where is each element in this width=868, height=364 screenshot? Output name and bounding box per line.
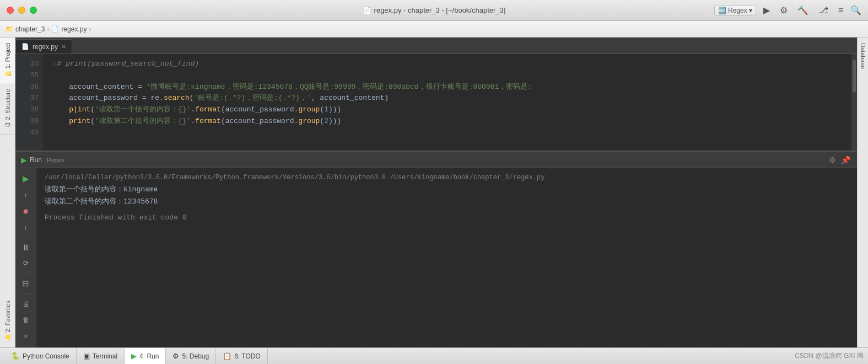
editor-tab-regex[interactable]: 📄 regex.py ✕ [15, 39, 72, 53]
file-icon-breadcrumb: 📄 [51, 25, 59, 33]
tab-file-icon: 📄 [21, 43, 29, 50]
right-sidebar: Database [857, 38, 868, 347]
sidebar-item-project[interactable]: 📁 1: Project [0, 38, 15, 83]
tab-filename: regex.py [33, 43, 58, 51]
run-up-btn[interactable]: ↑ [19, 188, 33, 202]
output-line-1: 读取第二个括号的内容：12345678 [45, 196, 849, 208]
line-num-38: 38 [15, 104, 39, 116]
sidebar-icon-structure: 🗂 [4, 122, 11, 129]
debug-icon: ⚙ [172, 352, 179, 360]
status-tab-todo[interactable]: 📋 6: TODO [216, 348, 268, 365]
regex-label: Regex [728, 7, 747, 14]
breadcrumb-sep-0: › [47, 25, 49, 33]
run-pause-btn[interactable]: ⏸ [19, 240, 33, 254]
file-icon: 📄 [363, 6, 371, 14]
console-icon: 🐍 [11, 352, 20, 360]
regex-button[interactable]: 🔤 Regex ▾ [714, 5, 756, 16]
watermark-text: CSDN @流浪鳄 GXI 网 [795, 351, 864, 361]
bottom-panel: ▶ Run Regex ⚙ 📌 ▶ ↑ [15, 151, 857, 347]
sidebar-label-favorites: 2: Favorites [4, 301, 11, 332]
build-icon-btn[interactable]: 🔨 [795, 4, 811, 17]
minimize-button[interactable] [18, 7, 25, 14]
run-trash-btn[interactable]: 🗑 [19, 313, 33, 327]
panel-header: ▶ Run Regex ⚙ 📌 [15, 152, 857, 168]
run-icon-btn[interactable]: ▶ [761, 4, 773, 17]
run-panel-name: ▶ Run Regex [21, 156, 64, 164]
close-button[interactable] [7, 7, 14, 14]
code-line-35 [52, 70, 851, 82]
code-content[interactable]: □# print(password_search_not_find) accou… [43, 54, 851, 151]
window-title: 📄 regex.py - chapter_3 - [~/book/chapter… [363, 6, 506, 14]
process-finished: Process finished with exit code 0 [45, 213, 849, 222]
search-icon[interactable]: 🔍 [850, 5, 861, 15]
run-tab-label: 4: Run [139, 352, 159, 360]
code-line-39: print('读取第二个括号的内容：{}'.format(account_pas… [52, 116, 851, 127]
tab-bar: 📄 regex.py ✕ [15, 38, 857, 54]
line-num-35: 35 [15, 70, 39, 82]
run-stop-btn[interactable]: ■ [19, 204, 33, 218]
sidebar-label-project: 1: Project [4, 43, 11, 68]
title-bar: 📄 regex.py - chapter_3 - [~/book/chapter… [0, 0, 868, 21]
panel-title: ▶ Run Regex [21, 156, 64, 164]
vertical-scrollbar[interactable] [851, 54, 857, 151]
vcs-icon-btn[interactable]: ⎇ [816, 4, 831, 17]
todo-label: 6: TODO [234, 352, 261, 360]
toolbar-right: 🔤 Regex ▾ ▶ ⚙ 🔨 ⎇ ≡ 🔍 [714, 4, 861, 17]
maximize-button[interactable] [30, 7, 37, 14]
run-path: /usr/local/Cellar/python3/3.6.0/Framewor… [45, 174, 849, 181]
run-divider-1 [20, 237, 31, 237]
sidebar-item-favorites[interactable]: ⭐ 2: Favorites [0, 295, 15, 347]
run-output: 读取第一个括号的内容：kingname 读取第二个括号的内容：12345678 [45, 184, 849, 208]
traffic-lights [7, 7, 37, 14]
line-num-37: 37 [15, 93, 39, 104]
star-icon: ⭐ [4, 334, 11, 341]
run-output-area: /usr/local/Cellar/python3/3.6.0/Framewor… [36, 168, 857, 347]
debug-label: 5: Debug [182, 352, 209, 360]
scrollbar-thumb[interactable] [853, 60, 856, 93]
status-right: CSDN @流浪鳄 GXI 网 [795, 351, 864, 361]
breadcrumb-sep-1: › [89, 25, 91, 33]
todo-icon: 📋 [223, 352, 231, 360]
run-print-btn[interactable]: 🖨 [19, 297, 33, 311]
code-line-36: account_content = '微博账号是:kingname，密码是:12… [52, 82, 851, 93]
breadcrumb-chapter3[interactable]: 📁 chapter_3 [6, 25, 45, 33]
run-divider-2 [20, 273, 31, 274]
breadcrumb-label-1: regex.py [61, 25, 87, 33]
regex-panel-label: Regex [47, 157, 64, 163]
run-panel-icon: ▶ [21, 156, 27, 164]
tab-close-btn[interactable]: ✕ [61, 43, 66, 50]
run-play-btn[interactable]: ▶ [19, 172, 33, 186]
line-num-34: 34 [15, 58, 39, 70]
status-tab-debug[interactable]: ⚙ 5: Debug [166, 348, 216, 365]
status-tab-console[interactable]: 🐍 Python Console [4, 348, 77, 365]
sidebar-label-structure: 2: Structure [4, 89, 11, 120]
title-text: regex.py - chapter_3 - [~/book/chapter_3… [374, 6, 506, 14]
menu-icon-btn[interactable]: ≡ [835, 4, 846, 17]
status-bar: 🐍 Python Console ▣ Terminal ▶ 4: Run ⚙ 5… [0, 347, 868, 364]
folder-icon: 📁 [6, 25, 13, 33]
run-split-btn[interactable]: ⊟ [19, 276, 33, 291]
line-num-39: 39 [15, 116, 39, 127]
run-rerun-btn[interactable]: ⟳ [19, 256, 33, 270]
sidebar-item-structure[interactable]: 🗂 2: Structure [0, 83, 15, 135]
sidebar-item-database[interactable]: Database [858, 38, 869, 74]
breadcrumb-regexpy[interactable]: 📄 regex.py [51, 25, 87, 33]
dropdown-icon: ▾ [749, 7, 752, 14]
console-label: Python Console [23, 352, 69, 360]
status-tab-terminal[interactable]: ▣ Terminal [77, 348, 125, 365]
code-line-37: account_password = re.search('账号是:(.*?)，… [52, 93, 851, 104]
sidebar-icon-project: 📁 [4, 71, 11, 78]
settings-gear-icon[interactable]: ⚙ [828, 154, 837, 165]
panel-pin-icon[interactable]: 📌 [840, 154, 851, 165]
breadcrumb-label-0: chapter_3 [15, 25, 45, 33]
terminal-icon: ▣ [83, 352, 90, 360]
run-more-btn[interactable]: » [19, 329, 33, 343]
code-line-34: □# print(password_search_not_find) [52, 58, 851, 70]
run-down-btn[interactable]: ↓ [19, 220, 33, 234]
line-numbers: 34 35 36 37 38 39 40 [15, 54, 43, 151]
left-sidebar: 📁 1: Project 🗂 2: Structure ⭐ 2: Favorit… [0, 38, 15, 347]
status-tab-run[interactable]: ▶ 4: Run [125, 348, 166, 365]
line-num-36: 36 [15, 82, 39, 93]
settings-icon-btn[interactable]: ⚙ [777, 4, 790, 17]
output-line-0: 读取第一个括号的内容：kingname [45, 184, 849, 196]
